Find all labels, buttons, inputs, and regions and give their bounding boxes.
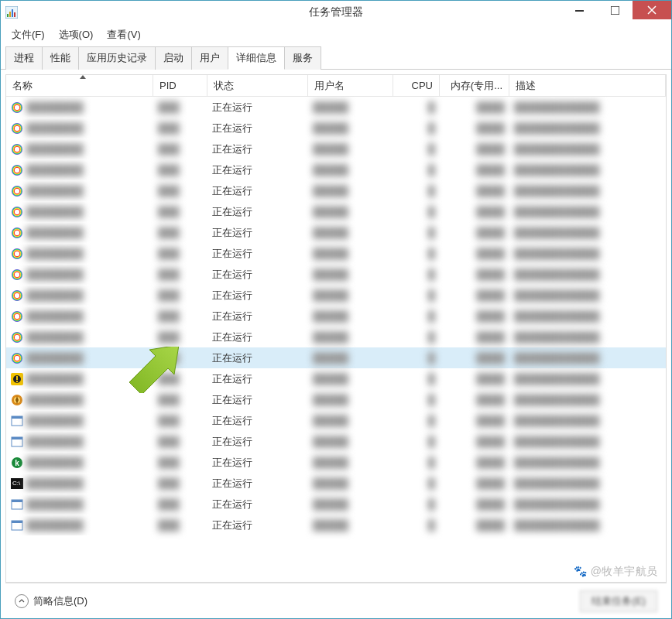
cell-name: ████████ [6, 368, 153, 389]
table-row[interactable]: ███████████正在运行██████████████████████ [6, 97, 666, 118]
cell-mem: ████ [440, 410, 509, 431]
table-row[interactable]: ███████████正在运行██████████████████████ [6, 201, 666, 222]
cell-desc: ████████████ [509, 201, 666, 222]
rainbow-circle-icon [11, 122, 23, 135]
titlebar[interactable]: 任务管理器 [1, 1, 671, 24]
cell-status: 正在运行 [207, 347, 308, 368]
cell-desc: ████████████ [509, 389, 666, 410]
cell-name: ████████ [6, 515, 153, 535]
rainbow-circle-icon [11, 227, 23, 239]
tab-6[interactable]: 服务 [284, 46, 321, 70]
table-row[interactable]: k███████████正在运行██████████████████████ [6, 452, 666, 473]
table-row[interactable]: ███████████正在运行██████████████████████ [6, 389, 666, 410]
cell-status: 正在运行 [207, 431, 308, 452]
table-row[interactable]: ███████████正在运行██████████████████████ [6, 431, 666, 452]
cell-status: 正在运行 [207, 306, 308, 327]
cell-cpu: █ [393, 515, 440, 535]
menu-view[interactable]: 查看(V) [101, 26, 146, 44]
table-body[interactable]: ███████████正在运行█████████████████████████… [6, 97, 666, 582]
table-row[interactable]: C:\███████████正在运行██████████████████████ [6, 473, 666, 494]
tab-4[interactable]: 用户 [191, 46, 228, 70]
table-row[interactable]: ███████████正在运行██████████████████████ [6, 410, 666, 431]
table-row[interactable]: ███████████正在运行██████████████████████ [6, 118, 666, 139]
cell-pid: ███ [153, 159, 207, 180]
cell-status: 正在运行 [207, 452, 308, 473]
table-row[interactable]: ███████████正在运行██████████████████████ [6, 494, 666, 515]
end-task-button[interactable]: 结束任务(E) [580, 590, 657, 612]
svg-rect-48 [12, 500, 22, 502]
cell-pid: ███ [153, 389, 207, 410]
cell-mem: ████ [440, 159, 509, 180]
cell-user: █████ [308, 285, 393, 306]
cell-desc: ████████████ [509, 285, 666, 306]
fewer-details-button[interactable]: 简略信息(D) [15, 594, 87, 608]
cell-name: ████████ [6, 243, 153, 264]
svg-point-32 [15, 356, 19, 361]
col-header-desc[interactable]: 描述 [509, 75, 666, 96]
rainbow-circle-icon [11, 143, 23, 156]
table-row[interactable]: ███████████正在运行██████████████████████ [6, 285, 666, 306]
cell-name: k████████ [6, 452, 153, 473]
cell-cpu: █ [393, 347, 440, 368]
col-header-name[interactable]: 名称 [6, 75, 153, 96]
cell-name: ████████ [6, 139, 153, 159]
table-row[interactable]: ███████████正在运行██████████████████████ [6, 222, 666, 243]
app-icon [5, 6, 18, 19]
tab-0[interactable]: 进程 [5, 46, 43, 70]
cell-cpu: █ [393, 389, 440, 410]
table-row[interactable]: ███████████正在运行██████████████████████ [6, 347, 666, 368]
svg-rect-1 [7, 14, 9, 17]
col-header-user[interactable]: 用户名 [308, 75, 393, 96]
tab-3[interactable]: 启动 [155, 46, 192, 70]
cell-status: 正在运行 [207, 515, 308, 535]
window-icon [11, 519, 23, 532]
table-row[interactable]: ███████████正在运行██████████████████████ [6, 243, 666, 264]
table-row[interactable]: ███████████正在运行██████████████████████ [6, 180, 666, 201]
task-manager-window: 任务管理器 文件(F) 选项(O) 查看(V) 进程性能应用历史记录启动用户详细… [0, 0, 672, 619]
svg-rect-35 [16, 376, 18, 380]
cell-user: █████ [308, 327, 393, 347]
table-row[interactable]: ███████████正在运行██████████████████████ [6, 368, 666, 389]
maximize-button[interactable] [597, 1, 633, 19]
cell-user: █████ [308, 222, 393, 243]
col-header-status[interactable]: 状态 [207, 75, 308, 96]
col-header-cpu[interactable]: CPU [393, 75, 440, 96]
cell-user: █████ [308, 118, 393, 139]
cell-user: █████ [308, 347, 393, 368]
svg-point-28 [15, 314, 19, 319]
cell-pid: ███ [153, 264, 207, 285]
menu-file[interactable]: 文件(F) [5, 26, 51, 44]
cell-desc: ████████████ [509, 139, 666, 159]
table-row[interactable]: ███████████正在运行██████████████████████ [6, 139, 666, 159]
table-row[interactable]: ███████████正在运行██████████████████████ [6, 515, 666, 535]
cell-user: █████ [308, 389, 393, 410]
table-row[interactable]: ███████████正在运行██████████████████████ [6, 327, 666, 347]
cell-cpu: █ [393, 494, 440, 515]
svg-point-20 [15, 231, 19, 235]
svg-rect-42 [12, 437, 22, 439]
cell-name: ████████ [6, 264, 153, 285]
cell-name: ████████ [6, 285, 153, 306]
cell-mem: ████ [440, 452, 509, 473]
tab-2[interactable]: 应用历史记录 [78, 46, 156, 70]
table-row[interactable]: ███████████正在运行██████████████████████ [6, 306, 666, 327]
tab-1[interactable]: 性能 [42, 46, 79, 70]
window-title: 任务管理器 [309, 5, 363, 19]
cell-status: 正在运行 [207, 222, 308, 243]
cell-mem: ████ [440, 494, 509, 515]
menu-options[interactable]: 选项(O) [53, 26, 100, 44]
close-button[interactable] [633, 1, 671, 19]
cell-desc: ████████████ [509, 159, 666, 180]
svg-rect-6 [611, 6, 619, 15]
col-header-mem[interactable]: 内存(专用... [440, 75, 509, 96]
svg-point-30 [15, 335, 19, 340]
col-header-pid[interactable]: PID [153, 75, 207, 96]
rainbow-circle-icon [11, 206, 23, 218]
cell-cpu: █ [393, 452, 440, 473]
table-row[interactable]: ███████████正在运行██████████████████████ [6, 159, 666, 180]
tab-5[interactable]: 详细信息 [228, 46, 285, 70]
cell-mem: ████ [440, 285, 509, 306]
minimize-button[interactable] [561, 1, 597, 19]
table-row[interactable]: ███████████正在运行██████████████████████ [6, 264, 666, 285]
cell-pid: ███ [153, 347, 207, 368]
